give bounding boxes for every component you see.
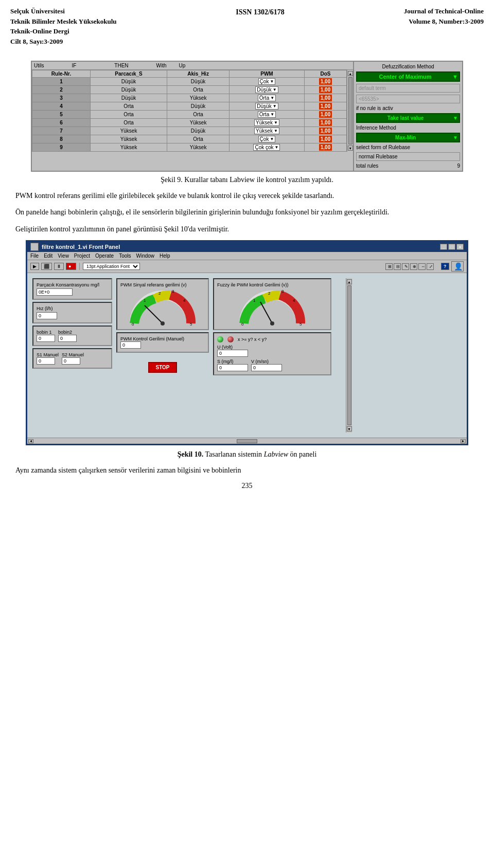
pwm-dropdown[interactable]: Düşük▼ xyxy=(255,86,278,93)
fp-concentration-label: Parçacık Konsantrasyonu mg/l xyxy=(37,282,108,287)
fp-bobin2-field[interactable]: 0 xyxy=(58,335,77,342)
svg-text:1: 1 xyxy=(144,298,146,303)
with-label: With xyxy=(156,63,167,68)
fp-btn-step[interactable]: ● xyxy=(66,263,76,270)
maxmin-btn[interactable]: Max-Min ▼ xyxy=(356,133,460,142)
fp-icon-5[interactable]: ↔ xyxy=(418,263,426,270)
pwm-dropdown[interactable]: Çok▼ xyxy=(258,78,276,85)
pwm-cell: Düşük▼ xyxy=(230,102,305,111)
svg-line-0 xyxy=(145,305,163,323)
menu-view[interactable]: View xyxy=(58,253,69,259)
fp-maximize-btn[interactable]: □ xyxy=(448,244,455,250)
pwm-cell: Yüksek▼ xyxy=(230,127,305,135)
fp-icon-6[interactable]: ⤢ xyxy=(427,263,434,270)
caption10-text: Tasarlanan sistemin xyxy=(205,450,262,458)
fp-btn-pause[interactable]: ⏸ xyxy=(54,263,64,270)
fp-btn-run[interactable]: ▶ xyxy=(30,263,39,270)
total-rules-label: total rules xyxy=(356,163,378,169)
fp-stop-container: STOP xyxy=(116,360,209,375)
fp-font-select[interactable]: 13pt Application Font xyxy=(83,263,140,270)
fp-pwm-gauge-box: PWM Sinyal referans gerilimi (v) xyxy=(116,278,209,330)
fp-person-icon[interactable]: 👤 xyxy=(451,261,464,272)
scroll-up-arrow[interactable]: ▲ xyxy=(348,71,353,76)
fp-minimize-btn[interactable]: _ xyxy=(440,244,447,250)
rule-number-cell: 7 xyxy=(32,127,91,135)
menu-file[interactable]: File xyxy=(30,253,39,259)
fp-vscroll-up[interactable]: ▲ xyxy=(347,279,352,284)
fp-help-btn[interactable]: ? xyxy=(441,263,449,270)
fp-s1-field[interactable]: 0 xyxy=(37,357,55,365)
dos-cell: 1,00 xyxy=(304,135,346,143)
svg-text:5: 5 xyxy=(299,322,302,326)
table-row: 2DüşükOrtaDüşük▼1,00 xyxy=(32,86,347,94)
pwm-dropdown[interactable]: Çok▼ xyxy=(258,136,276,142)
fp-hscroll-left[interactable]: ◄ xyxy=(28,439,33,443)
pwm-cell: Düşük▼ xyxy=(230,86,305,94)
fp-vscroll[interactable]: ▲ ▼ xyxy=(346,278,352,432)
fp-btn-stop[interactable]: ⬛ xyxy=(41,263,52,270)
vertical-scrollbar[interactable]: ▲ ▼ xyxy=(347,70,353,152)
pwm-dropdown[interactable]: Orta▼ xyxy=(258,111,276,118)
fp-vscroll-down[interactable]: ▼ xyxy=(347,426,352,431)
defuzz-title: Defuzzification Method xyxy=(356,64,460,69)
fp-v-field[interactable]: 0 xyxy=(251,364,282,371)
paragraph-1: PWM kontrol referans gerilimi elle giril… xyxy=(15,190,479,202)
menu-help[interactable]: Help xyxy=(160,253,170,259)
total-rules: total rules 9 xyxy=(356,163,460,169)
pwm-dropdown[interactable]: Düşük▼ xyxy=(255,103,278,110)
col-dos: DoS xyxy=(304,70,346,78)
fp-hiz-label: Hız (l/h) xyxy=(37,306,108,311)
parcacik-cell: Orta xyxy=(91,119,167,127)
col-pwm: PWM xyxy=(230,70,305,78)
pwm-cell: Orta▼ xyxy=(230,111,305,119)
fp-hiz-field[interactable]: 0 xyxy=(37,312,57,319)
fp-bobin2-group: bobin2 0 xyxy=(58,330,77,342)
pwm-dropdown[interactable]: Çok çok▼ xyxy=(253,144,280,151)
scroll-down-arrow[interactable]: ▼ xyxy=(348,146,353,151)
fp-icon-4[interactable]: ⊕ xyxy=(410,263,417,270)
fp-close-btn[interactable]: × xyxy=(456,244,464,250)
fp-icon xyxy=(30,243,39,251)
menu-window[interactable]: Window xyxy=(136,253,154,259)
fp-s-field[interactable]: 0 xyxy=(217,364,248,371)
page-number: 235 xyxy=(15,482,479,490)
defuzz-method-dropdown[interactable]: Center of Maximum ▼ xyxy=(356,71,460,82)
fp-toolbar-icons: ⊞ ⊟ ✎ ⊕ ↔ ⤢ xyxy=(385,263,434,270)
fp-s-group: S (mg/l) 0 xyxy=(217,359,248,371)
fp-hscrollbar[interactable]: ◄ ► xyxy=(27,438,467,444)
fp-concentration-field[interactable]: 0E+0 xyxy=(37,288,73,296)
fp-u-field[interactable]: 0 xyxy=(217,350,248,357)
fp-bobin1-label: bobin 1 xyxy=(37,330,55,335)
fp-title: filtre kontrol_1.vi Front Panel xyxy=(42,244,440,250)
inference-title: Inference Method xyxy=(356,125,460,131)
fp-bobins-row: bobin 1 0 bobin2 0 xyxy=(37,330,108,342)
fp-icon-1[interactable]: ⊞ xyxy=(385,263,393,270)
parcacik-cell: Yüksek xyxy=(91,135,167,143)
fp-s2-field[interactable]: 0 xyxy=(62,357,80,365)
pwm-dropdown[interactable]: Orta▼ xyxy=(258,95,276,101)
pwm-dropdown[interactable]: Yüksek▼ xyxy=(254,119,279,126)
fp-s2-label: S2 Manuel xyxy=(62,352,84,357)
fp-s-label: S (mg/l) xyxy=(217,359,248,364)
menu-project[interactable]: Project xyxy=(74,253,90,259)
fp-bobin1-field[interactable]: 0 xyxy=(37,335,55,342)
fp-icon-2[interactable]: ⊟ xyxy=(394,263,401,270)
fp-pwm-manual-label: PWM Kontrol Gerilimi (Manuel) xyxy=(120,336,205,341)
menu-tools[interactable]: Tools xyxy=(119,253,131,259)
fp-hscroll-right[interactable]: ► xyxy=(461,439,466,443)
fp-sv-row: S (mg/l) 0 V (m/sn) 0 xyxy=(217,359,327,371)
fp-right-panel: Fuzzy ile PWM kontrol Gerilimi (v)) 0 xyxy=(213,278,342,432)
default-term-field: default term xyxy=(356,84,460,93)
front-panel: filtre kontrol_1.vi Front Panel _ □ × Fi… xyxy=(26,240,468,445)
col-rule-nr: Rule-Nr. xyxy=(32,70,91,78)
menu-edit[interactable]: Edit xyxy=(44,253,52,259)
pwm-cell: Çok çok▼ xyxy=(230,143,305,152)
pwm-dropdown[interactable]: Yüksek▼ xyxy=(254,128,279,134)
fp-pwm-manual-field[interactable]: 0 xyxy=(120,341,141,349)
take-last-btn[interactable]: Take last value ▼ xyxy=(356,113,460,123)
fp-icon-3[interactable]: ✎ xyxy=(402,263,409,270)
fp-stop-button[interactable]: STOP xyxy=(148,362,177,373)
fp-window-controls[interactable]: _ □ × xyxy=(440,244,464,250)
menu-operate[interactable]: Operate xyxy=(95,253,114,259)
dos-cell: 1,00 xyxy=(304,143,346,152)
